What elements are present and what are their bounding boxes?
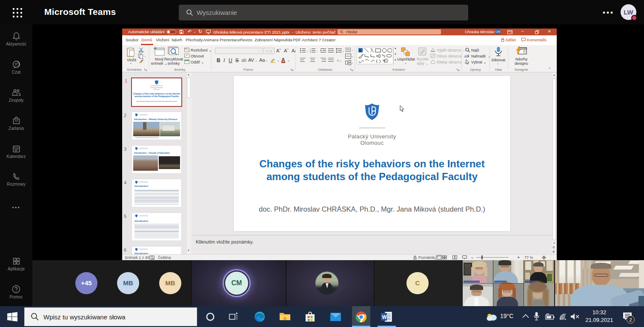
svg-text:A: A [359,49,362,53]
svg-text:3: 3 [310,51,311,53]
svg-text:ab: ab [464,54,469,58]
svg-text:W: W [382,314,387,320]
